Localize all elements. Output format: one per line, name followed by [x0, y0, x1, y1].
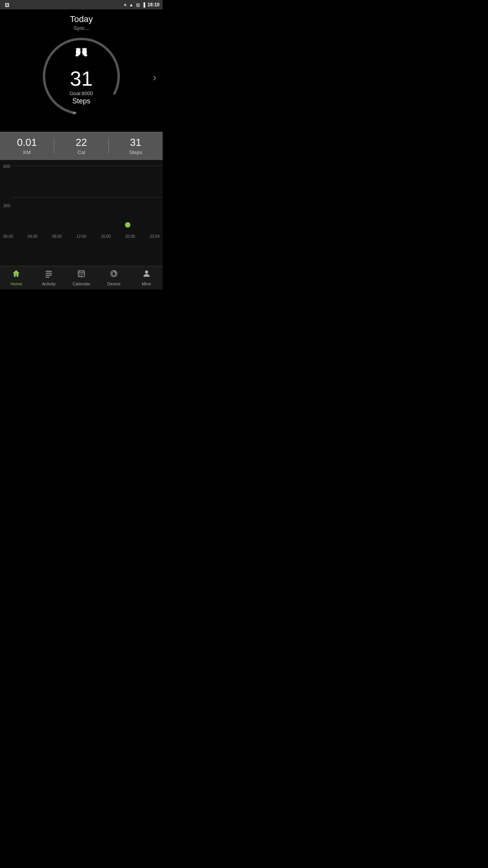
calendar-label: Calendar [73, 281, 90, 286]
svg-rect-27 [81, 276, 82, 276]
goal-text: Goal:8000 [70, 90, 93, 96]
image-icon: 🖼 [5, 2, 9, 8]
bottom-nav: Home Activity [0, 266, 163, 289]
mine-icon [142, 269, 151, 280]
svg-point-3 [75, 54, 79, 57]
stats-bar: 0.01 KM 22 Cal 31 Steps [0, 132, 163, 160]
status-bar-left: 🖼 [5, 1, 9, 8]
home-label: Home [11, 281, 22, 286]
next-chevron[interactable]: › [153, 71, 156, 84]
steps-label: Steps [70, 97, 93, 105]
footsteps-icon [70, 48, 93, 67]
page-title: Today [0, 14, 163, 24]
svg-point-10 [84, 48, 85, 50]
battery-icon: ▐ [142, 2, 145, 7]
stat-steps: 31 Steps [109, 136, 163, 155]
chart-label-300: 300 [3, 203, 10, 208]
svg-point-11 [85, 48, 87, 50]
svg-rect-16 [46, 273, 52, 274]
nav-activity[interactable]: Activity [33, 269, 65, 286]
svg-rect-18 [46, 277, 50, 278]
svg-rect-17 [46, 275, 52, 276]
nav-calendar[interactable]: Calendar [65, 269, 98, 286]
device-label: Device [107, 281, 121, 286]
device-icon [110, 269, 118, 280]
nav-mine[interactable]: Mine [130, 269, 163, 286]
svg-point-5 [84, 54, 87, 57]
status-time: 18:10 [147, 2, 160, 7]
time-label-2000: 20:00 [125, 234, 135, 239]
svg-rect-15 [46, 271, 52, 272]
km-value: 0.01 [0, 136, 54, 149]
activity-label: Activity [42, 281, 56, 286]
top-section: Today Sync... [0, 9, 163, 132]
svg-point-7 [77, 48, 79, 50]
nav-home[interactable]: Home [0, 269, 33, 286]
status-bar: 🖼 ∗ ▲ ▥ ▐ 18:10 [0, 0, 163, 9]
signal-icon: ▥ [136, 2, 140, 7]
steps-value: 31 [70, 68, 93, 89]
svg-point-30 [145, 270, 148, 274]
mine-label: Mine [142, 281, 151, 286]
cal-value: 22 [54, 136, 108, 149]
nav-device[interactable]: Device [97, 269, 130, 286]
stat-km: 0.01 KM [0, 136, 54, 155]
steps-circle: 31 Goal:8000 Steps [40, 35, 123, 118]
activity-icon [44, 269, 53, 280]
svg-point-9 [82, 48, 84, 50]
svg-point-6 [76, 48, 77, 50]
steps-stat-unit: Steps [109, 149, 163, 155]
steps-circle-area: 31 Goal:8000 Steps › [0, 31, 163, 124]
time-label-1600: 16:00 [101, 234, 111, 239]
home-icon [12, 269, 20, 280]
steps-stat-value: 31 [109, 136, 163, 149]
time-label-0000: 00:00 [3, 234, 13, 239]
time-label-1200: 12:00 [76, 234, 86, 239]
sync-status: Sync... [0, 25, 163, 31]
svg-point-14 [125, 222, 130, 228]
svg-rect-23 [79, 274, 80, 275]
main-content: Today Sync... [0, 9, 163, 266]
stat-cal: 22 Cal [54, 136, 108, 155]
cal-unit: Cal [54, 149, 108, 155]
svg-rect-24 [81, 274, 82, 275]
time-label-2359: 23:59 [150, 234, 160, 239]
time-label-0400: 04:00 [28, 234, 37, 239]
svg-rect-25 [83, 274, 83, 275]
chart-svg [0, 160, 163, 233]
time-label-0800: 08:00 [52, 234, 62, 239]
calendar-icon [77, 269, 86, 280]
km-unit: KM [0, 149, 54, 155]
bluetooth-icon: ∗ [123, 2, 127, 7]
circle-content: 31 Goal:8000 Steps [70, 48, 93, 105]
wifi-icon: ▲ [129, 2, 134, 7]
svg-rect-26 [79, 276, 80, 276]
chart-label-600: 600 [3, 164, 10, 169]
time-labels: 00:00 04:00 08:00 12:00 16:00 20:00 23:5… [0, 233, 163, 240]
activity-chart: 600 300 00:00 04:00 08:00 12:00 16:00 20… [0, 160, 163, 266]
svg-point-8 [79, 48, 81, 50]
